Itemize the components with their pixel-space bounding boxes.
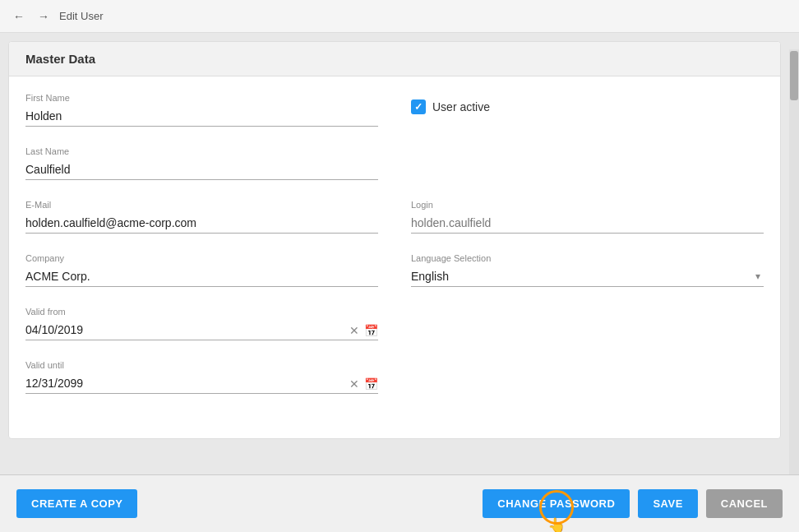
row-company-language: Company Language Selection English Germa… [25,253,764,290]
row-valid-until: Valid until ✕ 📅 [25,360,764,397]
col-email: E-Mail [25,200,378,237]
col-language: Language Selection English German French… [411,253,764,290]
user-active-checkbox[interactable]: ✓ [411,99,426,114]
cancel-button[interactable]: CANCEL [706,489,783,518]
valid-from-calendar-button[interactable]: 📅 [364,324,378,337]
row-firstname-useractive: First Name ✓ User active [25,93,764,130]
col-empty-valid-from [411,307,764,344]
first-name-input[interactable] [25,106,378,127]
valid-from-clear-button[interactable]: ✕ [349,324,359,337]
back-button[interactable]: ← [10,8,28,25]
col-lastname: Last Name [25,146,378,183]
main-content: Master Data First Name ✓ [0,33,799,474]
card-header: Master Data [9,42,780,76]
top-navigation: ← → Edit User [0,0,799,33]
change-password-button[interactable]: CHANGE PASSWORD [483,489,630,518]
valid-until-wrapper: ✕ 📅 [25,373,378,394]
valid-from-wrapper: ✕ 📅 [25,320,378,340]
valid-until-group: Valid until ✕ 📅 [25,360,378,394]
card-title: Master Data [25,52,764,66]
col-useractive: ✓ User active [411,93,764,130]
language-select[interactable]: English German French Spanish [411,266,764,286]
email-label: E-Mail [25,200,378,210]
valid-from-label: Valid from [25,307,378,317]
valid-until-input[interactable] [25,373,378,394]
row-email-login: E-Mail Login [25,200,764,237]
col-valid-until: Valid until ✕ 📅 [25,360,378,397]
email-group: E-Mail [25,200,378,234]
valid-from-group: Valid from ✕ 📅 [25,307,378,340]
row-lastname: Last Name [25,146,764,183]
card-body: First Name ✓ User active [9,76,780,438]
login-group: Login [411,200,764,234]
col-firstname: First Name [25,93,378,130]
col-company: Company [25,253,378,290]
language-group: Language Selection English German French… [411,253,764,287]
last-name-group: Last Name [25,146,378,180]
first-name-label: First Name [25,93,378,103]
master-data-card: Master Data First Name ✓ [8,41,781,439]
user-active-row: ✓ User active [411,99,764,114]
company-input[interactable] [25,266,378,287]
toolbar-left: CREATE A COPY [16,489,137,518]
user-active-label: User active [432,100,490,113]
toolbar-right: CHANGE PASSWORD 👆 SAVE CANCEL [483,489,783,518]
cursor-hand-icon: 👆 [547,516,566,532]
valid-from-icons: ✕ 📅 [349,324,378,337]
valid-until-label: Valid until [25,360,378,370]
bottom-toolbar: CREATE A COPY CHANGE PASSWORD 👆 SAVE CAN… [0,474,799,532]
col-empty-valid-until [411,360,764,397]
forward-button[interactable]: → [35,8,53,25]
save-button[interactable]: SAVE [638,489,697,518]
valid-from-input[interactable] [25,320,378,340]
checkmark-icon: ✓ [414,102,423,112]
last-name-input[interactable] [25,160,378,180]
valid-until-clear-button[interactable]: ✕ [349,377,359,391]
panel-wrapper[interactable]: Master Data First Name ✓ [8,41,781,474]
create-copy-button[interactable]: CREATE A COPY [16,489,137,518]
col-login: Login [411,200,764,237]
email-input[interactable] [25,213,378,234]
scrollbar-track[interactable] [789,49,799,474]
language-select-wrapper: English German French Spanish ▾ [411,266,764,287]
row-valid-from: Valid from ✕ 📅 [25,307,764,344]
valid-until-calendar-button[interactable]: 📅 [364,377,378,391]
change-password-wrapper: CHANGE PASSWORD 👆 [483,489,630,518]
company-label: Company [25,253,378,263]
valid-until-icons: ✕ 📅 [349,377,378,391]
col-valid-from: Valid from ✕ 📅 [25,307,378,344]
login-input[interactable] [411,213,764,234]
last-name-label: Last Name [25,146,378,156]
page-title: Edit User [59,10,103,22]
scrollbar-thumb [790,51,798,100]
col-empty-lastname-row [411,146,764,183]
first-name-group: First Name [25,93,378,127]
language-label: Language Selection [411,253,764,263]
login-label: Login [411,200,764,210]
company-group: Company [25,253,378,287]
